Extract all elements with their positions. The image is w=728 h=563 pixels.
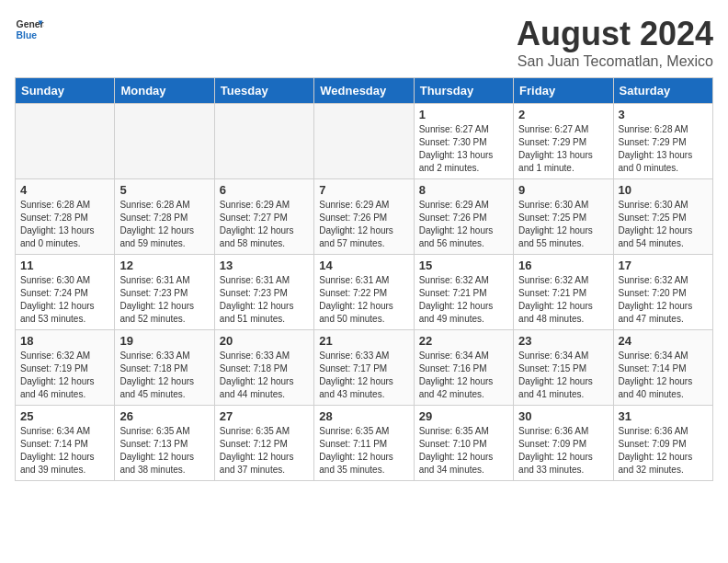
day-info: Sunrise: 6:34 AMSunset: 7:16 PMDaylight:… (419, 350, 508, 401)
day-of-week-header: Tuesday (214, 78, 313, 104)
calendar-day-cell: 29Sunrise: 6:35 AMSunset: 7:10 PMDayligh… (414, 406, 513, 481)
calendar-day-cell: 6Sunrise: 6:29 AMSunset: 7:27 PMDaylight… (214, 179, 313, 255)
title-block: August 2024 San Juan Tecomatlan, Mexico (517, 15, 713, 70)
day-number: 15 (419, 259, 508, 272)
calendar-day-cell: 13Sunrise: 6:31 AMSunset: 7:23 PMDayligh… (214, 255, 313, 330)
day-info: Sunrise: 6:28 AMSunset: 7:28 PMDaylight:… (20, 199, 109, 250)
day-info: Sunrise: 6:36 AMSunset: 7:09 PMDaylight:… (619, 425, 708, 477)
calendar-day-cell: 7Sunrise: 6:29 AMSunset: 7:26 PMDaylight… (314, 179, 414, 255)
logo: General Blue (15, 15, 44, 44)
calendar-day-cell: 21Sunrise: 6:33 AMSunset: 7:17 PMDayligh… (314, 330, 414, 406)
day-info: Sunrise: 6:30 AMSunset: 7:25 PMDaylight:… (619, 199, 708, 250)
day-info: Sunrise: 6:35 AMSunset: 7:12 PMDaylight:… (220, 425, 309, 477)
calendar-day-cell: 20Sunrise: 6:33 AMSunset: 7:18 PMDayligh… (214, 330, 313, 406)
calendar-day-cell: 31Sunrise: 6:36 AMSunset: 7:09 PMDayligh… (613, 406, 712, 481)
day-number: 26 (119, 409, 209, 423)
day-of-week-header: Saturday (613, 78, 712, 104)
day-of-week-header: Wednesday (314, 78, 414, 104)
day-number: 5 (119, 183, 209, 197)
day-number: 13 (220, 259, 309, 272)
calendar-table: SundayMondayTuesdayWednesdayThursdayFrid… (15, 77, 713, 481)
calendar-day-cell: 19Sunrise: 6:33 AMSunset: 7:18 PMDayligh… (115, 330, 214, 406)
header-row: SundayMondayTuesdayWednesdayThursdayFrid… (16, 78, 713, 104)
day-of-week-header: Friday (514, 78, 613, 104)
calendar-day-cell: 1Sunrise: 6:27 AMSunset: 7:30 PMDaylight… (414, 104, 513, 179)
day-info: Sunrise: 6:29 AMSunset: 7:26 PMDaylight:… (419, 199, 508, 250)
day-number: 11 (20, 259, 109, 272)
day-info: Sunrise: 6:31 AMSunset: 7:22 PMDaylight:… (319, 274, 408, 326)
day-info: Sunrise: 6:30 AMSunset: 7:24 PMDaylight:… (20, 274, 109, 326)
day-info: Sunrise: 6:32 AMSunset: 7:20 PMDaylight:… (619, 274, 708, 326)
calendar-day-cell: 10Sunrise: 6:30 AMSunset: 7:25 PMDayligh… (613, 179, 712, 255)
calendar-day-cell: 12Sunrise: 6:31 AMSunset: 7:23 PMDayligh… (115, 255, 214, 330)
day-of-week-header: Sunday (16, 78, 115, 104)
day-info: Sunrise: 6:29 AMSunset: 7:27 PMDaylight:… (220, 199, 309, 250)
day-info: Sunrise: 6:32 AMSunset: 7:19 PMDaylight:… (20, 350, 109, 401)
day-number: 4 (20, 183, 109, 197)
calendar-day-cell: 25Sunrise: 6:34 AMSunset: 7:14 PMDayligh… (16, 406, 115, 481)
day-number: 24 (619, 334, 708, 348)
calendar-day-cell: 30Sunrise: 6:36 AMSunset: 7:09 PMDayligh… (514, 406, 613, 481)
day-info: Sunrise: 6:35 AMSunset: 7:10 PMDaylight:… (419, 425, 508, 477)
calendar-day-cell: 17Sunrise: 6:32 AMSunset: 7:20 PMDayligh… (613, 255, 712, 330)
day-info: Sunrise: 6:31 AMSunset: 7:23 PMDaylight:… (220, 274, 309, 326)
calendar-day-cell: 28Sunrise: 6:35 AMSunset: 7:11 PMDayligh… (314, 406, 414, 481)
calendar-day-cell: 9Sunrise: 6:30 AMSunset: 7:25 PMDaylight… (514, 179, 613, 255)
day-info: Sunrise: 6:33 AMSunset: 7:18 PMDaylight:… (220, 350, 309, 401)
day-info: Sunrise: 6:27 AMSunset: 7:30 PMDaylight:… (419, 123, 508, 175)
day-number: 30 (518, 409, 608, 423)
calendar-week-row: 25Sunrise: 6:34 AMSunset: 7:14 PMDayligh… (16, 406, 713, 481)
day-number: 21 (319, 334, 408, 348)
day-number: 28 (319, 409, 408, 423)
calendar-day-cell (214, 104, 313, 179)
day-number: 3 (619, 108, 708, 121)
day-info: Sunrise: 6:27 AMSunset: 7:29 PMDaylight:… (518, 123, 608, 175)
day-number: 17 (619, 259, 708, 272)
logo-icon: General Blue (15, 15, 44, 44)
day-number: 20 (220, 334, 309, 348)
day-info: Sunrise: 6:28 AMSunset: 7:29 PMDaylight:… (619, 123, 708, 175)
day-number: 9 (518, 183, 608, 197)
calendar-day-cell: 15Sunrise: 6:32 AMSunset: 7:21 PMDayligh… (414, 255, 513, 330)
day-info: Sunrise: 6:34 AMSunset: 7:15 PMDaylight:… (518, 350, 608, 401)
day-number: 16 (518, 259, 608, 272)
day-number: 22 (419, 334, 508, 348)
svg-text:Blue: Blue (17, 30, 38, 40)
day-info: Sunrise: 6:29 AMSunset: 7:26 PMDaylight:… (319, 199, 408, 250)
calendar-day-cell: 8Sunrise: 6:29 AMSunset: 7:26 PMDaylight… (414, 179, 513, 255)
day-info: Sunrise: 6:35 AMSunset: 7:13 PMDaylight:… (119, 425, 209, 477)
calendar-day-cell: 2Sunrise: 6:27 AMSunset: 7:29 PMDaylight… (514, 104, 613, 179)
day-info: Sunrise: 6:33 AMSunset: 7:17 PMDaylight:… (319, 350, 408, 401)
day-of-week-header: Monday (115, 78, 214, 104)
day-info: Sunrise: 6:34 AMSunset: 7:14 PMDaylight:… (619, 350, 708, 401)
calendar-day-cell: 3Sunrise: 6:28 AMSunset: 7:29 PMDaylight… (613, 104, 712, 179)
calendar-day-cell: 11Sunrise: 6:30 AMSunset: 7:24 PMDayligh… (16, 255, 115, 330)
day-info: Sunrise: 6:35 AMSunset: 7:11 PMDaylight:… (319, 425, 408, 477)
calendar-day-cell: 16Sunrise: 6:32 AMSunset: 7:21 PMDayligh… (514, 255, 613, 330)
calendar-day-cell (115, 104, 214, 179)
day-number: 25 (20, 409, 109, 423)
day-info: Sunrise: 6:34 AMSunset: 7:14 PMDaylight:… (20, 425, 109, 477)
day-number: 8 (419, 183, 508, 197)
calendar-day-cell: 26Sunrise: 6:35 AMSunset: 7:13 PMDayligh… (115, 406, 214, 481)
calendar-week-row: 18Sunrise: 6:32 AMSunset: 7:19 PMDayligh… (16, 330, 713, 406)
day-info: Sunrise: 6:31 AMSunset: 7:23 PMDaylight:… (119, 274, 209, 326)
day-number: 23 (518, 334, 608, 348)
calendar-day-cell: 22Sunrise: 6:34 AMSunset: 7:16 PMDayligh… (414, 330, 513, 406)
calendar-day-cell: 14Sunrise: 6:31 AMSunset: 7:22 PMDayligh… (314, 255, 414, 330)
month-year: August 2024 (517, 15, 713, 53)
calendar-day-cell: 24Sunrise: 6:34 AMSunset: 7:14 PMDayligh… (613, 330, 712, 406)
calendar-week-row: 11Sunrise: 6:30 AMSunset: 7:24 PMDayligh… (16, 255, 713, 330)
day-info: Sunrise: 6:36 AMSunset: 7:09 PMDaylight:… (518, 425, 608, 477)
day-number: 18 (20, 334, 109, 348)
location: San Juan Tecomatlan, Mexico (517, 53, 713, 70)
page-header: General Blue August 2024 San Juan Tecoma… (15, 15, 713, 70)
calendar-day-cell (314, 104, 414, 179)
calendar-day-cell: 18Sunrise: 6:32 AMSunset: 7:19 PMDayligh… (16, 330, 115, 406)
calendar-day-cell: 23Sunrise: 6:34 AMSunset: 7:15 PMDayligh… (514, 330, 613, 406)
day-number: 1 (419, 108, 508, 121)
day-number: 14 (319, 259, 408, 272)
calendar-week-row: 1Sunrise: 6:27 AMSunset: 7:30 PMDaylight… (16, 104, 713, 179)
day-info: Sunrise: 6:32 AMSunset: 7:21 PMDaylight:… (518, 274, 608, 326)
day-number: 27 (220, 409, 309, 423)
